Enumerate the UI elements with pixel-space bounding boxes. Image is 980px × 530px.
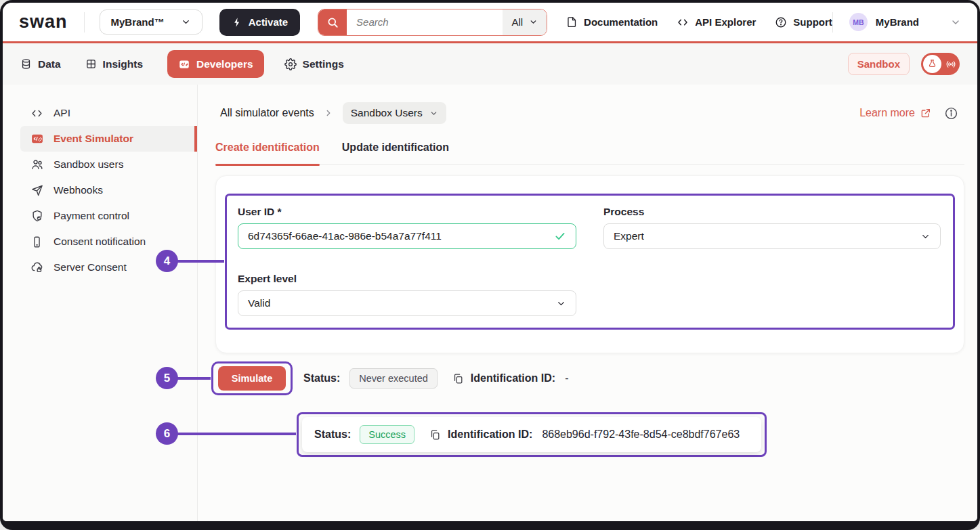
activate-label: Activate bbox=[249, 16, 288, 28]
account-menu[interactable]: MB MyBrand bbox=[849, 13, 919, 31]
search-scope-dropdown[interactable]: All bbox=[503, 9, 547, 35]
sidebar-item-api[interactable]: API bbox=[20, 100, 197, 126]
app-window: swan MyBrand™ Activate All bbox=[3, 3, 977, 521]
annotation-marker-6: 6 bbox=[156, 422, 178, 445]
status-row: Status: Never executed Identification ID… bbox=[303, 361, 568, 395]
breadcrumb-current-dropdown[interactable]: Sandbox Users bbox=[343, 102, 446, 124]
sidebar-item-sandbox-users[interactable]: Sandbox users bbox=[20, 152, 197, 177]
smartphone-icon bbox=[30, 235, 44, 249]
external-link-icon bbox=[920, 108, 931, 118]
chevron-down-icon bbox=[529, 18, 538, 26]
dev-console-icon bbox=[178, 58, 190, 70]
sidebar-item-label: Server Consent bbox=[54, 261, 127, 273]
annotation-box-5: Simulate bbox=[211, 361, 293, 395]
user-id-input[interactable] bbox=[238, 230, 554, 242]
sandbox-badge: Sandbox bbox=[848, 53, 910, 75]
sidebar: API Event Simulator Sandbox users Webhoo… bbox=[3, 85, 198, 521]
header-divider bbox=[84, 12, 85, 32]
annotation-line-4 bbox=[177, 260, 224, 263]
document-icon bbox=[566, 16, 578, 28]
brand-selector-button[interactable]: MyBrand™ bbox=[100, 9, 203, 35]
cloud-lock-icon bbox=[30, 261, 44, 275]
documentation-label: Documentation bbox=[584, 16, 658, 28]
status-badge: Never executed bbox=[349, 368, 438, 389]
live-broadcast-icon bbox=[945, 59, 956, 70]
result-id-value: 868eb96d-f792-43fe-8d54-ce8bdf767e63 bbox=[542, 428, 740, 441]
avatar: MB bbox=[849, 13, 868, 31]
page-actions: Learn more bbox=[859, 102, 958, 124]
api-explorer-label: API Explorer bbox=[695, 16, 756, 28]
main-content: All simulator events Sandbox Users Learn… bbox=[198, 85, 977, 521]
event-simulator-icon bbox=[30, 132, 44, 146]
result-status-label: Status: bbox=[314, 428, 351, 441]
top-bar: swan MyBrand™ Activate All bbox=[3, 3, 977, 41]
breadcrumb-current-label: Sandbox Users bbox=[351, 107, 423, 119]
info-icon[interactable] bbox=[944, 106, 958, 120]
flask-icon bbox=[923, 55, 941, 73]
screenshot-frame: swan MyBrand™ Activate All bbox=[0, 0, 980, 530]
nav-item-data[interactable]: Data bbox=[20, 58, 61, 70]
users-icon bbox=[30, 158, 44, 172]
annotation-line-5 bbox=[177, 377, 211, 380]
header-divider bbox=[832, 12, 833, 32]
chevron-down-icon[interactable] bbox=[950, 17, 961, 28]
nav-item-insights[interactable]: Insights bbox=[85, 58, 143, 70]
chevron-down-icon bbox=[920, 231, 931, 242]
breadcrumb: All simulator events Sandbox Users bbox=[220, 102, 446, 124]
identification-id-value: - bbox=[565, 372, 568, 384]
help-icon bbox=[775, 16, 787, 28]
annotation-marker-5: 5 bbox=[156, 367, 178, 389]
simulator-form-card: User ID * Process Expert Expert level bbox=[215, 175, 964, 353]
nav-item-settings[interactable]: Settings bbox=[284, 58, 344, 70]
send-icon bbox=[30, 183, 44, 198]
activate-button[interactable]: Activate bbox=[219, 9, 300, 36]
lightning-icon bbox=[232, 17, 242, 28]
code-icon bbox=[30, 106, 44, 120]
expert-level-select[interactable]: Valid bbox=[238, 290, 576, 316]
simulate-button[interactable]: Simulate bbox=[218, 366, 286, 391]
tab-create-identification[interactable]: Create identification bbox=[215, 141, 320, 164]
nav-item-label: Insights bbox=[103, 58, 143, 70]
nav-item-label: Data bbox=[38, 58, 61, 70]
gear-icon bbox=[284, 58, 297, 70]
breadcrumb-root[interactable]: All simulator events bbox=[220, 107, 314, 119]
support-link[interactable]: Support bbox=[775, 16, 832, 28]
process-select[interactable]: Expert bbox=[603, 223, 941, 249]
grid-icon bbox=[85, 58, 97, 70]
expert-level-label: Expert level bbox=[238, 273, 297, 285]
api-explorer-link[interactable]: API Explorer bbox=[677, 16, 756, 28]
documentation-link[interactable]: Documentation bbox=[566, 16, 658, 28]
learn-more-link[interactable]: Learn more bbox=[859, 107, 931, 119]
copy-icon[interactable] bbox=[452, 373, 464, 384]
nav-item-developers[interactable]: Developers bbox=[167, 50, 264, 78]
annotation-line-6 bbox=[177, 433, 296, 435]
global-search: All bbox=[318, 9, 547, 36]
sidebar-item-label: Sandbox users bbox=[54, 158, 123, 171]
chevron-down-icon bbox=[556, 299, 566, 309]
annotation-marker-4: 4 bbox=[156, 250, 178, 272]
shield-check-icon bbox=[30, 209, 44, 223]
valid-check-icon bbox=[554, 230, 566, 242]
sidebar-item-payment-control[interactable]: Payment control bbox=[20, 203, 197, 229]
sidebar-item-webhooks[interactable]: Webhooks bbox=[20, 177, 197, 203]
sidebar-item-event-simulator[interactable]: Event Simulator bbox=[20, 126, 197, 152]
identification-id-label: Identification ID: bbox=[471, 372, 555, 384]
nav-item-label: Settings bbox=[303, 58, 344, 70]
result-card: Status: Success Identification ID: 868eb… bbox=[302, 417, 761, 452]
success-badge: Success bbox=[360, 425, 414, 444]
tab-update-identification[interactable]: Update identification bbox=[342, 141, 449, 164]
account-zone: MB MyBrand bbox=[832, 12, 961, 32]
chevron-down-icon bbox=[181, 17, 191, 27]
user-id-label: User ID * bbox=[238, 206, 282, 218]
search-scope-label: All bbox=[511, 16, 523, 28]
sidebar-item-label: Payment control bbox=[54, 210, 129, 222]
search-input[interactable] bbox=[347, 9, 503, 35]
copy-icon[interactable] bbox=[429, 429, 441, 441]
sidebar-item-label: Webhooks bbox=[54, 184, 103, 196]
page-body: API Event Simulator Sandbox users Webhoo… bbox=[3, 85, 977, 521]
chevron-down-icon bbox=[429, 109, 438, 118]
environment-toggle[interactable] bbox=[921, 53, 960, 75]
header-links: Documentation API Explorer Support bbox=[566, 16, 832, 28]
search-icon[interactable] bbox=[318, 9, 347, 35]
breadcrumb-separator bbox=[324, 108, 333, 118]
